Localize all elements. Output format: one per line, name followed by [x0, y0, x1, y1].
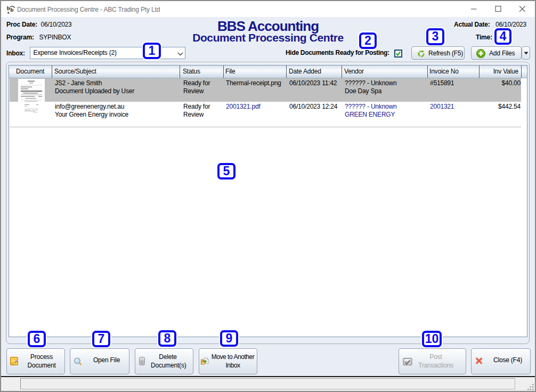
svg-text:b: b	[11, 7, 14, 13]
svg-text:s: s	[7, 10, 10, 14]
